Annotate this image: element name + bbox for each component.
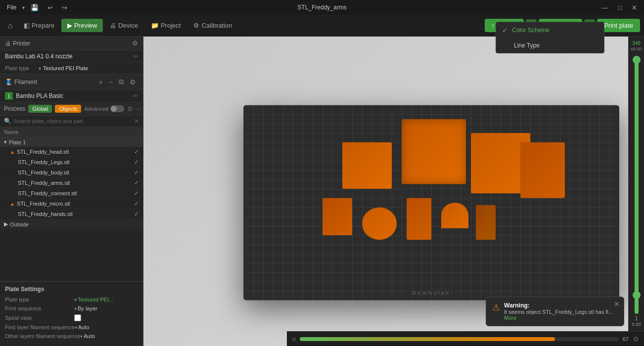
filament-icon: 🧵 (5, 79, 12, 86)
calibration-label: Calibration (201, 22, 232, 29)
first-layer-val[interactable]: Auto (78, 324, 90, 330)
tree-item-legs[interactable]: STL_Freddy_Legs.stl ✓ (0, 157, 143, 168)
print-sequence-value: ▾ By layer (74, 305, 97, 311)
first-layer-label: First layer filament sequence (5, 324, 75, 330)
spiral-vase-setting: Spiral vase (5, 314, 138, 321)
progress-bar (300, 337, 619, 341)
device-icon: 🖨 (110, 22, 116, 29)
tab-objects[interactable]: Objects (55, 105, 81, 113)
slider-bottom-num: 1 (632, 316, 641, 322)
window-title: STL_Freddy_arms (297, 4, 346, 11)
tree-item-hands[interactable]: STL_Freddy_hands.stl ✓ (0, 209, 143, 219)
spiral-vase-label: Spiral vase (5, 315, 74, 321)
model-small-2 (362, 207, 397, 240)
spiral-vase-checkbox[interactable] (74, 314, 81, 321)
tree-header: Name (0, 127, 143, 137)
toast-message: It seems object STL_Freddy_Legs.stl has … (504, 309, 618, 321)
device-tab[interactable]: 🖨 Device (104, 19, 144, 32)
tab-global[interactable]: Global (28, 105, 52, 113)
model-arm (342, 142, 392, 189)
left-panel: 🖨 Printer ⚙ Bambu Lab A1 0.4 nozzle ✏ Pl… (0, 37, 143, 346)
print-sequence-val[interactable]: By layer (78, 305, 97, 311)
tree-item-connect[interactable]: STL_Freddy_connect.stl ✓ (0, 188, 143, 199)
file-menu[interactable]: File (4, 3, 19, 12)
printer-settings-icon[interactable]: ⚙ (132, 40, 138, 47)
filament-controls: + − ⧉ ⚙ (97, 77, 138, 87)
other-layers-label: Other layers filament sequence (5, 333, 80, 339)
toast-more-link[interactable]: More (504, 315, 516, 321)
preview-icon: ▶ (67, 22, 72, 29)
prepare-tab[interactable]: ◧ Prepare (18, 19, 60, 32)
slider-top-handle[interactable] (633, 56, 641, 64)
process-settings-icon[interactable]: ⚙ (127, 105, 133, 113)
printer-icon: 🖨 (5, 40, 11, 47)
filament-clone-button[interactable]: ⧉ (117, 77, 126, 87)
slider-top-value: 348 69.60 (631, 41, 642, 52)
filament-add-button[interactable]: + (97, 77, 105, 87)
toast-message-text: It seems object STL_Freddy_Legs.stl has … (504, 309, 613, 315)
filament-remove-button[interactable]: − (107, 77, 115, 87)
chevron-icon: ▾ (74, 306, 77, 311)
process-more-icon[interactable]: ⋯ (135, 105, 141, 113)
slider-bottom-handle[interactable] (633, 291, 641, 299)
advanced-label: Advanced (84, 106, 108, 112)
tree-item-arms[interactable]: STL_Freddy_arms.stl ✓ (0, 178, 143, 188)
calibration-tab[interactable]: ⚙ Calibration (187, 19, 238, 32)
model-dark-piece (476, 205, 496, 240)
search-clear-button[interactable]: ✕ (134, 118, 139, 125)
item-name: STL_Freddy_connect.stl (18, 190, 132, 196)
warning-toast-icon: ⚠ (492, 302, 500, 313)
undo-button[interactable]: ↩ (45, 3, 56, 12)
redo-button[interactable]: ↪ (59, 3, 70, 12)
home-button[interactable]: ⌂ (4, 18, 17, 33)
project-tab[interactable]: 📁 Project (145, 19, 186, 32)
chevron-icon: ▾ (80, 334, 83, 339)
menu-arrow: ▾ (22, 5, 25, 10)
advanced-toggle[interactable] (110, 105, 124, 112)
maximize-button[interactable]: □ (615, 3, 625, 12)
printer-edit-icon[interactable]: ✏ (133, 53, 138, 60)
save-button[interactable]: 💾 (28, 3, 42, 12)
plate-chevron: ▾ (39, 66, 41, 71)
bed-logo: Bambulab (412, 290, 450, 296)
filament-title-label: Filament (14, 79, 37, 86)
printer-name-row: Bambu Lab A1 0.4 nozzle ✏ (0, 50, 143, 63)
printer-name-label: Bambu Lab A1 0.4 nozzle (5, 53, 73, 60)
model-right-block (520, 142, 565, 198)
process-icons: ⚙ ⋯ (127, 105, 141, 113)
line-type-option[interactable]: Line Type (496, 38, 604, 53)
filament-settings-button[interactable]: ⚙ (128, 77, 138, 87)
upload-icon: ↑ (492, 22, 495, 29)
search-input[interactable] (13, 118, 132, 124)
tree-item-head[interactable]: ▲ STL_Freddy_head.stl ✓ (0, 147, 143, 157)
layers-icon[interactable]: ≡ (292, 335, 296, 343)
outside-item[interactable]: ▶ Outside (0, 219, 143, 229)
check-icon: ✓ (134, 148, 139, 155)
line-type-label: Line Type (514, 42, 540, 49)
first-layer-value: ▾ Auto (75, 324, 90, 330)
plate-collapse-icon: ▾ (4, 139, 7, 145)
preview-tab[interactable]: ▶ Preview (61, 19, 103, 32)
toast-close-button[interactable]: ✕ (614, 300, 620, 308)
titlebar: File ▾ 💾 ↩ ↪ STL_Freddy_arms — □ ✕ (0, 0, 644, 15)
item-name: STL_Freddy_micro.stl (17, 201, 132, 207)
minimize-button[interactable]: — (598, 3, 611, 12)
slider-top-sub: 69.60 (631, 46, 642, 52)
plate-1-item[interactable]: ▾ Plate 1 (0, 137, 143, 147)
close-button[interactable]: ✕ (629, 3, 640, 12)
color-scheme-option[interactable]: ✓ Color Scheme (496, 22, 604, 38)
search-row: 🔍 ✕ (0, 116, 143, 127)
plate-type-val[interactable]: Textured PEI... (78, 297, 113, 303)
progress-bar-fill (300, 337, 555, 341)
item-name: STL_Freddy_Legs.stl (18, 159, 132, 165)
calibration-icon: ⚙ (193, 22, 199, 29)
other-layers-val[interactable]: Auto (84, 333, 95, 339)
tree-item-body[interactable]: STL_Freddy_body.stl ✓ (0, 168, 143, 178)
settings-icon[interactable]: ⚙ (633, 335, 639, 343)
plate-value-text: Textured PEI Plate (43, 65, 88, 71)
plate-type-setting: Plate type ▾ Textured PEI... (5, 297, 138, 303)
outside-expand-icon: ▶ (4, 221, 8, 227)
object-tree: Name ▾ Plate 1 ▲ STL_Freddy_head.stl ✓ S… (0, 127, 143, 281)
tree-item-micro[interactable]: ▲ STL_Freddy_micro.stl ✓ (0, 199, 143, 209)
filament-edit-icon[interactable]: ✏ (133, 92, 138, 99)
